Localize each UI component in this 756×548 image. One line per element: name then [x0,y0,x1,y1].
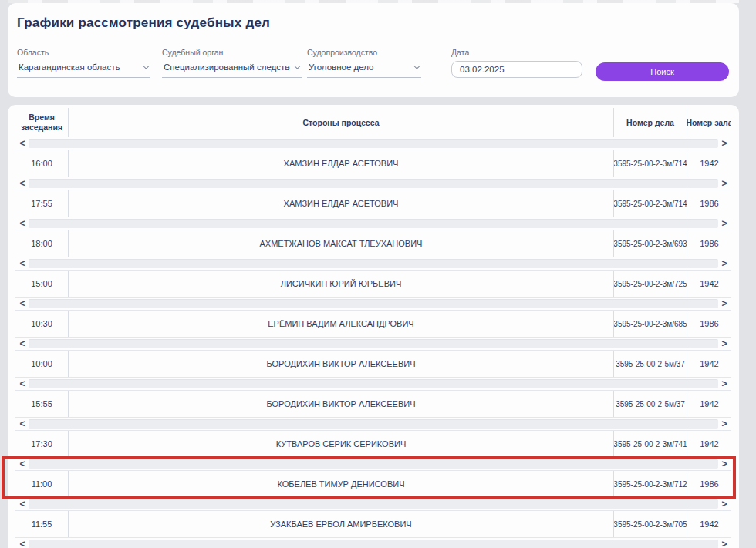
scroll-left-icon[interactable]: < [16,298,29,310]
scroll-left-icon[interactable]: < [16,418,29,430]
scrollbar-track[interactable] [29,419,718,429]
scroll-left-icon[interactable]: < [16,217,29,230]
scrollbar-track[interactable] [29,299,718,308]
scrollbar-track[interactable] [29,259,718,268]
cell-parties: БОРОДИХИН ВИКТОР АЛЕКСЕЕВИЧ [68,351,613,377]
scroll-right-icon[interactable]: > [718,137,731,150]
table-row[interactable]: 15:55 БОРОДИХИН ВИКТОР АЛЕКСЕЕВИЧ 3595-2… [15,390,731,418]
header-case: Номер дела [613,108,687,137]
scroll-right-icon[interactable]: > [718,458,731,470]
row-scrollbar: < > [15,378,731,390]
filters-panel: Графики рассмотрения судебных дел Област… [8,3,739,97]
table-row[interactable]: 16:00 ХАМЗИН ЕЛДАР АСЕТОВИЧ 3595-25-00-2… [15,150,731,177]
row-scrollbar: < > [15,498,731,510]
row-scrollbar: < > [15,257,731,270]
filter-proceeding: Судопроизводство Уголовное дело [307,48,421,78]
scroll-right-icon[interactable]: > [718,298,731,310]
cell-case: 3595-25-00-2-3м/714 [613,190,687,217]
scroll-right-icon[interactable]: > [718,217,731,230]
page-title: Графики рассмотрения судебных дел [17,15,270,31]
scroll-right-icon[interactable]: > [718,177,731,190]
table-row[interactable]: 10:30 ЕРЁМИН ВАДИМ АЛЕКСАНДРОВИЧ 3595-25… [15,310,731,338]
cell-parties: ЕРЁМИН ВАДИМ АЛЕКСАНДРОВИЧ [68,311,613,337]
cell-case: 3595-25-00-2-3м/741 [613,431,687,457]
chevron-down-icon [143,62,149,69]
cell-room: 1986 [687,190,731,217]
chevron-down-icon [413,62,420,69]
scrollbar-track[interactable] [29,179,718,188]
cell-room: 1942 [687,431,731,457]
row-scrollbar: < > [15,418,731,430]
court-select[interactable]: Специализированный следственнь [162,61,302,78]
cell-room: 1986 [687,230,731,257]
search-button[interactable]: Поиск [596,62,729,81]
court-select-value: Специализированный следственнь [164,62,290,72]
scroll-left-icon[interactable]: < [16,538,29,548]
scroll-right-icon[interactable]: > [718,338,731,350]
cell-room: 1942 [687,511,731,537]
table-row[interactable]: 15:00 ЛИСИЧКИН ЮРИЙ ЮРЬЕВИЧ 3595-25-00-2… [15,270,731,298]
region-select-value: Карагандинская область [19,62,120,72]
cell-room: 1986 [687,311,731,337]
scroll-right-icon[interactable]: > [718,498,731,510]
proceeding-label: Судопроизводство [307,48,421,57]
cell-room: 1942 [687,351,731,377]
cell-parties: ЛИСИЧКИН ЮРИЙ ЮРЬЕВИЧ [68,271,613,297]
scroll-left-icon[interactable]: < [16,137,29,150]
table-row[interactable]: 11:00 КОБЕЛЕВ ТИМУР ДЕНИСОВИЧ 3595-25-00… [15,470,731,498]
scroll-left-icon[interactable]: < [16,257,29,270]
scrollbar-track[interactable] [29,139,718,148]
cell-case: 3595-25-00-2-3м/714 [613,150,687,177]
proceeding-select[interactable]: Уголовное дело [307,61,421,78]
cell-case: 3595-25-00-2-3м/725 [613,271,687,297]
table-row[interactable]: 10:00 БОРОДИХИН ВИКТОР АЛЕКСЕЕВИЧ 3595-2… [15,350,731,378]
scroll-left-icon[interactable]: < [16,177,29,190]
table-body: < > 16:00 ХАМЗИН ЕЛДАР АСЕТОВИЧ 3595-25-… [15,137,731,538]
row-scrollbar: < > [15,458,731,470]
scroll-right-icon[interactable]: > [718,418,731,430]
scroll-left-icon[interactable]: < [16,378,29,390]
scroll-right-icon[interactable]: > [718,538,731,548]
cell-room: 1942 [687,391,731,417]
scrollbar-track[interactable] [29,540,718,548]
scrollbar-track[interactable] [29,339,718,348]
row-scrollbar: < > [15,217,731,230]
row-scrollbar: < > [15,338,731,350]
scrollbar-track[interactable] [29,499,718,509]
cell-parties: КУТВАРОВ СЕРИК СЕРИКОВИЧ [68,431,613,457]
scrollbar-track[interactable] [29,459,718,469]
table-row[interactable]: 18:00 АХМЕТЖАНОВ МАКСАТ ТЛЕУХАНОВИЧ 3595… [15,230,731,257]
row-scrollbar: < > [15,298,731,310]
cell-case: 3595-25-00-2-5м/37 [613,351,687,377]
filter-date: Дата [451,48,582,78]
table-row[interactable]: 11:55 УЗАКБАЕВ ЕРБОЛ АМИРБЕКОВИЧ 3595-25… [15,510,731,538]
scrollbar-track[interactable] [29,379,718,388]
cell-case: 3595-25-00-2-3м/712 [613,471,687,497]
proceeding-select-value: Уголовное дело [309,62,374,72]
scroll-left-icon[interactable]: < [16,338,29,350]
scroll-right-icon[interactable]: > [718,378,731,390]
cell-time: 17:55 [15,190,68,217]
region-select[interactable]: Карагандинская область [17,61,150,78]
cell-time: 10:30 [15,311,68,337]
scroll-left-icon[interactable]: < [16,498,29,510]
scroll-left-icon[interactable]: < [16,458,29,470]
date-input[interactable] [451,61,582,78]
table-row[interactable]: 17:55 ХАМЗИН ЕЛДАР АСЕТОВИЧ 3595-25-00-2… [15,190,731,217]
cell-time: 16:00 [15,150,68,177]
date-label: Дата [451,48,582,57]
cell-room: 1942 [687,150,731,177]
cell-case: 3595-25-00-2-3м/693 [613,230,687,257]
cell-parties: БОРОДИХИН ВИКТОР АЛЕКСЕЕВИЧ [68,391,613,417]
row-scrollbar: < > [15,137,731,150]
filter-region: Область Карагандинская область [17,48,150,78]
header-parties: Стороны процесса [68,108,613,137]
header-room: Номер зала [687,108,731,137]
cell-time: 10:00 [15,351,68,377]
scrollbar-track[interactable] [29,219,718,228]
table-row[interactable]: 17:30 КУТВАРОВ СЕРИК СЕРИКОВИЧ 3595-25-0… [15,430,731,458]
scroll-right-icon[interactable]: > [718,257,731,270]
cell-case: 3595-25-00-2-3м/705 [613,511,687,537]
header-time: Время заседания [15,108,68,137]
cell-case: 3595-25-00-2-5м/37 [613,391,687,417]
